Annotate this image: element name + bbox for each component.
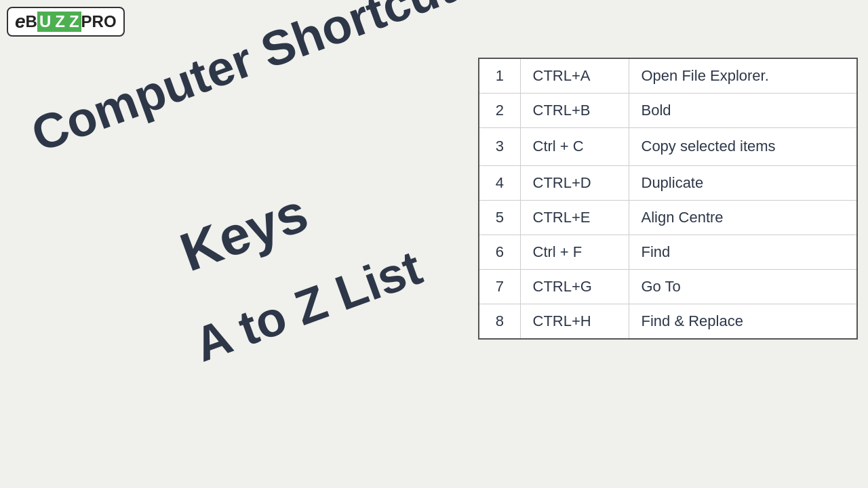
table-row: 6Ctrl + FFind <box>479 235 856 269</box>
logo-e: e <box>15 11 26 33</box>
row-number: 1 <box>479 59 520 94</box>
logo-buzz-u1: U <box>37 12 53 32</box>
shortcut-table-container: 1CTRL+AOpen File Explorer.2CTRL+BBold3Ct… <box>478 58 858 340</box>
logo-buzz-b: B <box>26 12 37 31</box>
row-key: CTRL+A <box>520 59 629 94</box>
row-key: CTRL+D <box>520 165 629 200</box>
row-description: Bold <box>629 94 856 128</box>
logo-pro: PRO <box>81 12 117 31</box>
row-description: Duplicate <box>629 165 856 200</box>
table-row: 8CTRL+HFind & Replace <box>479 304 856 338</box>
row-description: Find & Replace <box>629 304 856 338</box>
row-key: CTRL+H <box>520 304 629 338</box>
row-key: CTRL+E <box>520 200 629 235</box>
table-row: 7CTRL+GGo To <box>479 269 856 304</box>
row-number: 6 <box>479 235 520 269</box>
title-area: Computer Shortcut Keys A to Z List <box>14 68 448 447</box>
row-number: 8 <box>479 304 520 338</box>
row-description: Find <box>629 235 856 269</box>
row-description: Open File Explorer. <box>629 59 856 94</box>
logo: e BUZZPRO <box>7 7 125 37</box>
row-number: 7 <box>479 269 520 304</box>
row-description: Go To <box>629 269 856 304</box>
table-row: 5CTRL+EAlign Centre <box>479 200 856 235</box>
row-key: Ctrl + C <box>520 128 629 166</box>
table-row: 1CTRL+AOpen File Explorer. <box>479 59 856 94</box>
row-number: 5 <box>479 200 520 235</box>
title-keys: Keys <box>172 181 315 284</box>
row-number: 2 <box>479 94 520 128</box>
row-number: 4 <box>479 165 520 200</box>
table-row: 2CTRL+BBold <box>479 94 856 128</box>
row-description: Align Centre <box>629 200 856 235</box>
logo-buzz-z2: Z <box>67 12 81 32</box>
logo-buzz-z1: Z <box>53 12 67 32</box>
row-key: CTRL+G <box>520 269 629 304</box>
shortcut-table: 1CTRL+AOpen File Explorer.2CTRL+BBold3Ct… <box>479 59 856 338</box>
table-row: 4CTRL+DDuplicate <box>479 165 856 200</box>
row-key: CTRL+B <box>520 94 629 128</box>
row-key: Ctrl + F <box>520 235 629 269</box>
row-description: Copy selected items <box>629 128 856 166</box>
table-row: 3Ctrl + CCopy selected items <box>479 128 856 166</box>
row-number: 3 <box>479 128 520 166</box>
